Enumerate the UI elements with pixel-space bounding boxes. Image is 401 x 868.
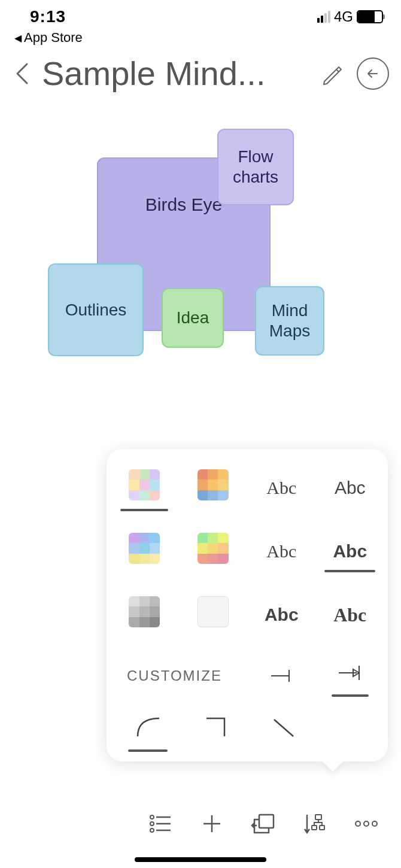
connector-curve[interactable] xyxy=(133,715,163,745)
back-app-label: App Store xyxy=(24,30,83,45)
svg-point-1 xyxy=(150,822,154,825)
more-button[interactable] xyxy=(352,809,381,838)
connector-curve-icon xyxy=(133,715,163,739)
theme-blank[interactable] xyxy=(198,596,229,633)
back-to-app[interactable]: ◀ App Store xyxy=(0,30,401,50)
customize-label[interactable]: CUSTOMIZE xyxy=(123,667,222,684)
hierarchy-button[interactable] xyxy=(300,809,329,838)
connector-angle-icon xyxy=(200,715,230,739)
font-sample: Abc xyxy=(333,541,367,561)
pencil-button[interactable] xyxy=(316,57,348,90)
svg-point-0 xyxy=(150,815,154,819)
add-button[interactable] xyxy=(198,809,226,838)
theme-swatch-icon xyxy=(129,596,160,627)
connector-straight-icon xyxy=(268,715,298,739)
selected-underline xyxy=(332,694,369,697)
font-sample: Abc xyxy=(335,478,366,497)
font-sample: Abc xyxy=(333,604,366,626)
font-sans-bold[interactable]: Abc xyxy=(333,539,367,564)
pencil-icon xyxy=(321,62,344,85)
plus-icon xyxy=(201,813,223,834)
hierarchy-icon xyxy=(303,812,326,835)
theme-grayscale[interactable] xyxy=(129,596,160,633)
svg-rect-8 xyxy=(312,825,317,830)
arrow-left-icon xyxy=(364,65,382,83)
selected-underline xyxy=(120,509,168,511)
node-flow-charts[interactable]: Flow charts xyxy=(217,129,294,205)
style-panel: Abc Abc Abc Abc xyxy=(107,449,388,761)
theme-warm[interactable] xyxy=(198,469,229,506)
more-icon xyxy=(354,820,378,827)
theme-cool[interactable] xyxy=(129,533,160,570)
font-sans-regular[interactable]: Abc xyxy=(335,475,366,500)
cards-icon xyxy=(251,812,276,835)
font-serif-light[interactable]: Abc xyxy=(266,475,296,500)
theme-swatch-icon xyxy=(198,533,229,564)
node-idea[interactable]: Idea xyxy=(162,288,224,348)
node-label: Outlines xyxy=(65,301,127,320)
font-bold[interactable]: Abc xyxy=(265,602,299,627)
node-label: Birds Eye xyxy=(145,195,222,215)
cards-button[interactable] xyxy=(249,809,278,838)
selected-underline xyxy=(128,749,168,752)
network-label: 4G xyxy=(334,8,353,25)
svg-rect-7 xyxy=(315,815,321,820)
node-label: Idea xyxy=(177,308,209,327)
connector-icon xyxy=(336,662,364,684)
outline-view-button[interactable] xyxy=(146,809,175,838)
theme-swatch-icon xyxy=(198,596,229,627)
svg-rect-9 xyxy=(320,825,324,830)
connector-straight[interactable] xyxy=(268,715,298,745)
font-sample: Abc xyxy=(265,605,299,624)
list-icon xyxy=(149,814,172,834)
connector-angle[interactable] xyxy=(200,715,230,745)
node-outlines[interactable]: Outlines xyxy=(48,263,144,356)
page-title: Sample Mind... xyxy=(42,54,308,93)
svg-point-11 xyxy=(364,821,369,826)
theme-pastel[interactable] xyxy=(129,469,160,506)
node-label: Mind Maps xyxy=(269,301,310,341)
chevron-left-icon xyxy=(14,62,31,86)
node-mind-maps[interactable]: Mind Maps xyxy=(255,286,324,356)
battery-icon xyxy=(357,10,383,23)
selected-underline xyxy=(324,570,375,572)
mindmap-canvas[interactable]: Birds Eye Flow charts Outlines Idea Mind… xyxy=(0,110,401,409)
svg-point-10 xyxy=(356,821,360,826)
node-label: Flow charts xyxy=(233,147,278,187)
font-sample: Abc xyxy=(266,541,296,561)
header: Sample Mind... xyxy=(0,50,401,110)
font-serif-regular[interactable]: Abc xyxy=(266,539,296,564)
connector-plain-end[interactable] xyxy=(265,660,297,692)
back-button[interactable] xyxy=(11,59,34,89)
back-circle-button[interactable] xyxy=(357,57,389,90)
back-triangle-icon: ◀ xyxy=(14,32,22,44)
status-bar: 9:13 4G xyxy=(0,0,401,30)
status-time: 9:13 xyxy=(30,7,66,26)
font-sample: Abc xyxy=(266,478,296,497)
svg-point-2 xyxy=(150,828,154,832)
connector-icon xyxy=(268,665,295,687)
theme-swatch-icon xyxy=(198,469,229,500)
theme-swatch-icon xyxy=(129,533,160,564)
svg-rect-6 xyxy=(259,815,274,828)
signal-icon xyxy=(317,11,330,23)
connector-arrow-end[interactable] xyxy=(336,662,364,690)
home-indicator[interactable] xyxy=(135,857,266,862)
theme-swatch-icon xyxy=(129,469,160,500)
theme-rainbow[interactable] xyxy=(198,533,229,570)
font-script[interactable]: Abc xyxy=(333,602,366,629)
status-indicators: 4G xyxy=(317,8,383,25)
bottom-toolbar xyxy=(0,800,401,848)
svg-point-12 xyxy=(372,821,377,826)
